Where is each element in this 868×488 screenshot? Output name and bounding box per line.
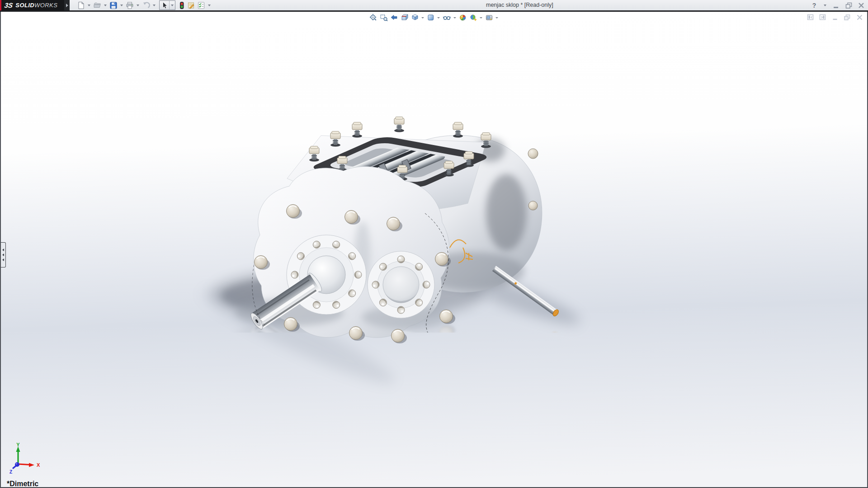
- document-minimize-icon: [832, 14, 839, 21]
- undo-arrow-icon: [142, 1, 150, 9]
- section-view-icon: [401, 14, 409, 22]
- hide-show-items-caret-icon[interactable]: [453, 17, 456, 19]
- gearbox-assembly-model: [1, 12, 867, 487]
- display-style-button[interactable]: [425, 13, 436, 23]
- open-dropdown-caret-icon[interactable]: [104, 5, 107, 6]
- appearance-ball-icon: [459, 14, 467, 22]
- previous-view-icon: [390, 14, 398, 22]
- options-checklist-icon: [197, 1, 205, 9]
- minimize-icon: [832, 2, 840, 9]
- zoom-to-fit-button[interactable]: [368, 13, 378, 23]
- printer-icon: [126, 1, 134, 9]
- apply-scene-icon: [469, 14, 477, 22]
- select-dropdown-caret-icon: [171, 5, 174, 6]
- help-dropdown-caret-icon[interactable]: [824, 5, 826, 6]
- save-floppy-icon: [109, 1, 118, 9]
- solidworks-logo: 3S SOLIDWORKS: [0, 0, 64, 10]
- document-restore-icon: [844, 14, 851, 21]
- help-button[interactable]: ?: [809, 1, 819, 10]
- view-settings-caret-icon[interactable]: [495, 17, 498, 19]
- undo-button[interactable]: [141, 0, 151, 10]
- document-minimize-button[interactable]: [831, 14, 839, 21]
- close-icon: [858, 2, 865, 9]
- previous-view-button[interactable]: [389, 13, 399, 23]
- new-dropdown-caret-icon[interactable]: [88, 5, 90, 6]
- graphics-area[interactable]: Y X Z *Dimetric: [0, 12, 868, 488]
- apply-scene-button[interactable]: [468, 13, 478, 23]
- select-dropdown-button[interactable]: [169, 1, 175, 9]
- document-window-controls: [807, 14, 863, 21]
- minimize-button[interactable]: [831, 1, 841, 10]
- triad-y-label: Y: [16, 443, 20, 447]
- help-icon: ?: [812, 2, 816, 9]
- select-cursor-icon: [161, 1, 168, 9]
- restore-icon: [845, 2, 853, 9]
- logo-text-bold: SOLID: [15, 2, 34, 9]
- zoom-to-area-icon: [380, 14, 388, 22]
- chevron-left-icon: [2, 258, 4, 261]
- logo-text-light: WORKS: [34, 2, 57, 9]
- pane-left-icon: [807, 14, 814, 21]
- eyeglasses-icon: [443, 14, 451, 22]
- view-settings-button[interactable]: [484, 13, 494, 23]
- solidworks-window: 3S SOLIDWORKS: [0, 0, 868, 488]
- file-properties-note-icon: [187, 1, 195, 9]
- triad-z-label: Z: [9, 469, 12, 474]
- print-dropdown-caret-icon[interactable]: [137, 5, 139, 6]
- undo-dropdown-caret-icon[interactable]: [153, 5, 156, 6]
- file-properties-button[interactable]: [186, 0, 196, 10]
- reference-triad: Y X Z: [4, 443, 42, 482]
- document-close-icon: [856, 14, 863, 21]
- rebuild-button[interactable]: [177, 0, 186, 10]
- view-orientation-caret-icon[interactable]: [421, 17, 424, 19]
- open-document-button[interactable]: [92, 0, 102, 10]
- pane-right-icon: [819, 14, 826, 21]
- display-style-icon: [427, 14, 435, 22]
- document-close-button[interactable]: [855, 14, 863, 21]
- section-view-button[interactable]: [399, 13, 410, 23]
- view-settings-icon: [485, 14, 493, 22]
- edit-appearance-button[interactable]: [458, 13, 468, 23]
- view-orientation-cube-icon: [411, 14, 419, 22]
- close-button[interactable]: [856, 1, 866, 10]
- zoom-to-fit-icon: [369, 14, 377, 22]
- options-dropdown-caret-icon[interactable]: [208, 5, 211, 6]
- select-tool-button[interactable]: [160, 1, 169, 9]
- main-toolbar: [76, 0, 212, 10]
- open-folder-icon: [93, 1, 101, 9]
- select-tool-group: [159, 0, 175, 10]
- window-controls: ?: [809, 0, 866, 10]
- view-orientation-label: *Dimetric: [7, 480, 38, 488]
- menu-flyout-button[interactable]: [64, 0, 70, 10]
- zoom-to-area-button[interactable]: [378, 13, 389, 23]
- title-bar: 3S SOLIDWORKS: [0, 0, 868, 10]
- pane-right-button[interactable]: [819, 14, 827, 21]
- apply-scene-caret-icon[interactable]: [480, 17, 482, 19]
- featuremanager-collapsed-tab[interactable]: [1, 242, 6, 267]
- headsup-view-toolbar: [368, 13, 500, 23]
- save-dropdown-caret-icon[interactable]: [120, 5, 123, 6]
- chevron-right-icon: [66, 4, 68, 7]
- triad-x-label: X: [37, 462, 40, 468]
- new-document-icon: [77, 1, 85, 9]
- print-button[interactable]: [125, 0, 135, 10]
- display-style-caret-icon[interactable]: [437, 17, 440, 19]
- rebuild-traffic-light-icon: [178, 1, 185, 9]
- dassault-3ds-logo-icon: 3S: [4, 1, 14, 9]
- save-button[interactable]: [108, 0, 118, 10]
- restore-button[interactable]: [844, 1, 854, 10]
- new-document-button[interactable]: [76, 0, 86, 10]
- chevron-left-icon: [2, 249, 4, 251]
- document-title: menjac sklop * [Read-only]: [486, 2, 553, 8]
- pane-left-button[interactable]: [807, 14, 815, 21]
- view-orientation-button[interactable]: [410, 13, 420, 23]
- options-button[interactable]: [196, 0, 206, 10]
- chevron-left-icon: [2, 253, 4, 256]
- hide-show-items-button[interactable]: [441, 13, 452, 23]
- document-restore-button[interactable]: [843, 14, 851, 21]
